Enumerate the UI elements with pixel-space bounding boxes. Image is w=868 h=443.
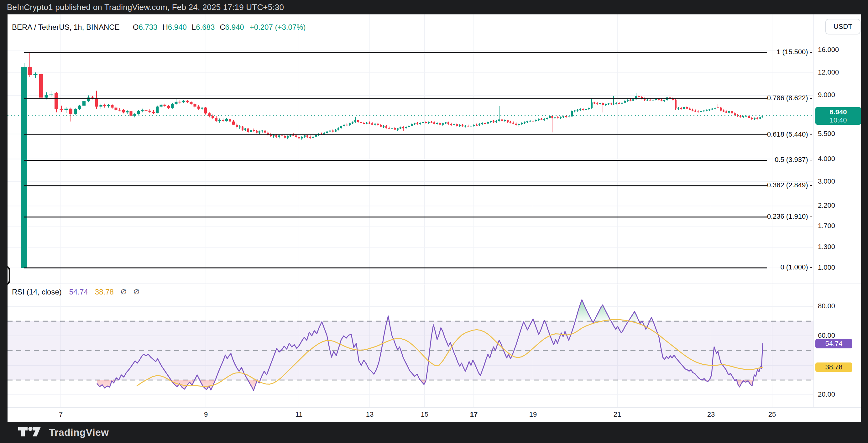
- price-axis-tick: 9.000: [818, 91, 835, 99]
- rsi-legend-value: 54.74: [69, 288, 88, 296]
- publish-header: BeInCrypto1 published on TradingView.com…: [0, 0, 868, 14]
- price-axis-tick: 16.000: [818, 46, 839, 54]
- ohlc-low-label: L: [192, 23, 196, 32]
- fib-level-label: 0.786 (8.622) -: [674, 94, 812, 102]
- price-axis-tick: 2.200: [818, 201, 835, 210]
- rsi-upper-band-empty-icon: ∅: [121, 288, 127, 296]
- symbol-title[interactable]: BERA / TetherUS, 1h, BINANCE: [12, 23, 120, 32]
- fib-level-label: 0.382 (2.849) -: [674, 181, 812, 189]
- rsi-ma-legend-value: 38.78: [95, 288, 114, 296]
- fib-level-label: 1 (15.500) -: [674, 48, 812, 56]
- price-change-value: +0.207 (+3.07%): [250, 23, 306, 32]
- ohlc-high-value: 6.940: [168, 23, 187, 32]
- fib-level-label: 0.5 (3.937) -: [674, 156, 812, 164]
- ohlc-open-value: 6.733: [138, 23, 157, 32]
- tradingview-snapshot: BeInCrypto1 published on TradingView.com…: [0, 0, 868, 443]
- rsi-legend: RSI (14, close) 54.74 38.78 ∅ ∅: [12, 287, 140, 297]
- last-price-countdown: 10:40: [830, 116, 847, 124]
- fib-level-label: 0.618 (5.440) -: [674, 130, 812, 138]
- rsi-axis-tick: 20.00: [818, 390, 835, 399]
- ohlc-close-label: C: [220, 23, 225, 32]
- price-axis-tick: 12.000: [818, 68, 839, 76]
- chart-canvas[interactable]: [0, 0, 868, 443]
- rsi-legend-title[interactable]: RSI (14, close): [12, 288, 62, 296]
- last-price-value: 6.940: [830, 108, 847, 116]
- ohlc-open-label: O: [133, 23, 139, 32]
- time-axis-label: 13: [366, 410, 374, 418]
- time-axis-label: 23: [707, 410, 715, 418]
- rsi-axis-tick: 80.00: [818, 302, 835, 310]
- tradingview-logo-icon[interactable]: [18, 425, 44, 440]
- bottom-frame: TradingView: [0, 422, 868, 443]
- price-axis-tick: 3.000: [818, 177, 835, 186]
- time-axis-label: 19: [529, 410, 537, 418]
- time-axis-label: 25: [768, 410, 776, 418]
- price-axis-tick: 4.000: [818, 155, 835, 163]
- time-axis-label: 9: [204, 410, 208, 418]
- tradingview-wordmark[interactable]: TradingView: [49, 427, 109, 438]
- time-axis-label: 15: [421, 410, 428, 418]
- fib-level-label: 0.236 (1.910) -: [674, 213, 812, 221]
- last-price-badge: 6.940 10:40: [815, 107, 861, 125]
- time-axis-label: 11: [296, 410, 303, 418]
- ohlc-low-value: 6.683: [196, 23, 215, 32]
- rsi-axis-tick: 60.00: [818, 331, 835, 340]
- symbol-legend: BERA / TetherUS, 1h, BINANCE O 6.733 H 6…: [12, 22, 306, 33]
- publish-header-text: BeInCrypto1 published on TradingView.com…: [7, 2, 284, 12]
- price-axis-tick: 1.700: [818, 222, 835, 230]
- price-axis-tick: 1.000: [818, 263, 835, 272]
- rsi-value-badge: 54.74: [815, 339, 852, 348]
- fib-level-label: 0 (1.000) -: [674, 263, 812, 271]
- currency-toggle-button[interactable]: USDT: [826, 19, 861, 34]
- time-axis-label: 21: [614, 410, 621, 418]
- price-axis-tick: 1.300: [818, 243, 835, 251]
- ohlc-high-label: H: [162, 23, 168, 32]
- left-frame: [0, 14, 7, 422]
- rsi-lower-band-empty-icon: ∅: [133, 288, 140, 296]
- price-axis-tick: 5.500: [818, 130, 835, 138]
- ohlc-close-value: 6.940: [225, 23, 244, 32]
- time-axis-label: 7: [59, 410, 63, 418]
- time-axis-label: 17: [470, 410, 477, 418]
- rsi-ma-value-badge: 38.78: [815, 362, 852, 372]
- right-frame: [861, 14, 868, 422]
